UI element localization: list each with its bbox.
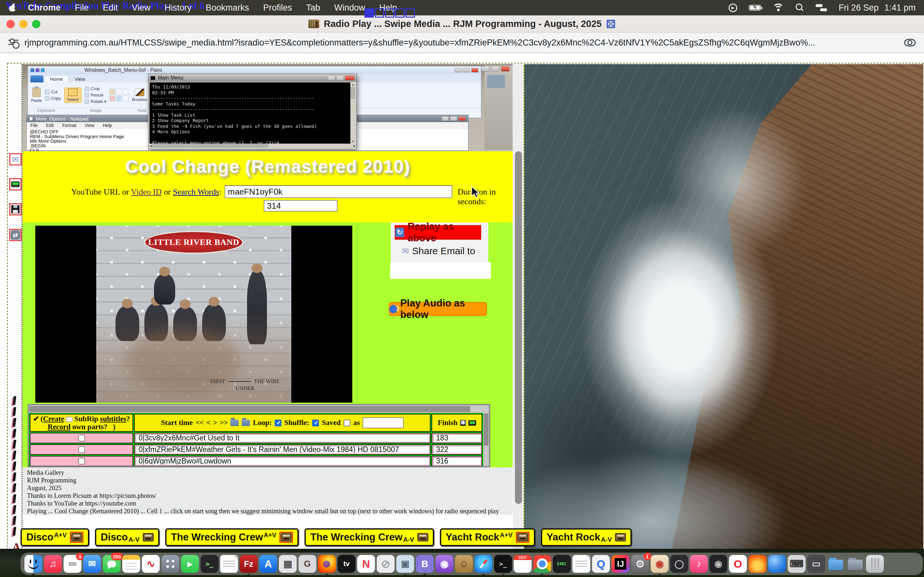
page-scrollbar-thumb[interactable] <box>515 151 522 504</box>
loop-checkbox[interactable] <box>275 420 281 426</box>
share-email-button[interactable]: ✉ Share Email to <box>399 245 479 257</box>
control-center-icon[interactable] <box>816 4 827 11</box>
menu-file[interactable]: File <box>68 3 96 13</box>
playlist-button-the-wrecking-crew-aplus-v[interactable]: The Wrecking CrewA+V <box>165 528 299 546</box>
song-title-input[interactable]: 0|6qWgmMjzBwo#Lowdown <box>136 457 429 465</box>
seek-forward[interactable]: > <box>213 419 217 427</box>
keypad-dock-icon[interactable]: ▦ <box>279 555 297 573</box>
messages-dock-icon[interactable]: 200 <box>103 555 121 573</box>
palette-dock-icon[interactable]: ◉ <box>651 555 669 573</box>
launchpad-dock-icon[interactable] <box>162 555 179 573</box>
playlist-button-the-wrecking-crew-a-v[interactable]: The Wrecking CrewA-V <box>304 528 434 546</box>
table-horizontal-scrollbar[interactable] <box>29 405 489 413</box>
wifi-icon[interactable] <box>772 3 784 12</box>
menu-chrome[interactable]: Chrome <box>21 3 68 13</box>
video-player[interactable]: LITTLE RIVER BAND FIRSTTHE WIRE UNDER <box>35 226 352 403</box>
textedit-dock-icon[interactable] <box>220 555 238 573</box>
keyboard-dock-icon[interactable]: ⌨ <box>788 555 806 573</box>
menu-history[interactable]: History <box>158 3 199 13</box>
menu-edit[interactable]: Edit <box>96 3 125 13</box>
terminal-dock-icon[interactable]: >_ <box>200 555 218 573</box>
blue-ball-dock-icon[interactable] <box>768 555 786 573</box>
menu-profiles[interactable]: Profiles <box>256 3 299 13</box>
podcasts-dock-icon[interactable]: ◉ <box>435 555 453 573</box>
reminders-dock-icon[interactable]: ≔3 <box>63 555 81 573</box>
opera-dock-icon[interactable]: O <box>729 555 747 573</box>
saved-checkbox[interactable] <box>344 420 351 426</box>
chrome-dock-icon[interactable] <box>533 555 551 573</box>
close-window-button[interactable] <box>6 20 15 28</box>
menu-bookmarks[interactable]: Bookmarks <box>199 3 256 13</box>
appstore-dock-icon[interactable]: A <box>259 555 277 573</box>
row-checkbox[interactable] <box>78 446 85 453</box>
song-title-input[interactable]: 0|xfmZRiePkEM#Weather Girls - It's Raini… <box>136 446 429 454</box>
terminal-2-dock-icon[interactable]: >_ <box>494 555 512 573</box>
search-words-link[interactable]: Search Words <box>173 187 219 197</box>
subtitles-link[interactable]: subtitles <box>100 415 126 423</box>
quicktime-dock-icon[interactable]: Q <box>592 555 610 573</box>
textedit-2-dock-icon[interactable] <box>572 555 590 573</box>
minimize-window-button[interactable] <box>19 20 27 28</box>
record-link[interactable]: Record <box>47 423 71 431</box>
trash-dock-icon[interactable] <box>866 555 884 573</box>
facetime-dock-icon[interactable]: ▸ <box>181 555 199 573</box>
folder-icon-2[interactable] <box>242 420 250 426</box>
zoom-window-button[interactable] <box>32 20 40 28</box>
embedded-windows-screenshot[interactable]: Windows_Batch_Menu-0of - Paint Home View… <box>23 64 513 151</box>
seek-fast-forward[interactable]: >> <box>220 419 228 427</box>
duration-input[interactable]: 314 <box>264 200 338 211</box>
finish-pager-icon[interactable] <box>468 420 476 426</box>
table-vertical-scrollbar[interactable] <box>483 413 489 467</box>
exec-terminal-dock-icon[interactable]: EXEC <box>553 555 571 573</box>
video-id-input[interactable]: maeFN1oyF0k <box>225 185 452 198</box>
pink-app-dock-icon[interactable]: ♪ <box>690 555 708 573</box>
shuffle-icon[interactable]: ⇄ <box>9 229 21 241</box>
finder-dock-icon[interactable] <box>24 555 42 573</box>
folder-icon[interactable] <box>230 420 239 426</box>
video-id-link[interactable]: Video ID <box>131 187 162 197</box>
flame-dock-icon[interactable] <box>748 555 766 573</box>
row-checkbox[interactable] <box>78 458 85 464</box>
filezilla-dock-icon[interactable]: Fz <box>240 555 258 573</box>
shuffle-checkbox[interactable] <box>312 420 319 426</box>
screen-mirroring-icon[interactable]: ▶ <box>729 3 737 12</box>
pager-icon[interactable] <box>9 178 21 190</box>
saved-as-input[interactable] <box>363 417 404 428</box>
contacts-dock-icon[interactable]: ☺ <box>455 555 473 573</box>
row-checkbox[interactable] <box>78 435 85 442</box>
dark-window-dock-icon[interactable]: ▭ <box>807 555 825 573</box>
song-finish-input[interactable]: 183 <box>433 434 481 442</box>
calendar-dock-icon[interactable]: SEP26 <box>514 555 531 573</box>
save-floppy-icon[interactable] <box>9 203 21 215</box>
firefox-dock-icon[interactable] <box>318 555 336 573</box>
folder-2-dock-icon[interactable] <box>846 555 864 573</box>
share-email-input[interactable] <box>390 262 491 279</box>
play-audio-button[interactable]: Play Audio as below <box>389 302 487 316</box>
grapher-dock-icon[interactable]: ∿ <box>142 555 160 573</box>
gimp-dock-icon[interactable]: G <box>298 555 317 573</box>
photos-window-dock-icon[interactable]: ▣ <box>396 555 414 573</box>
obs-dock-icon[interactable]: ◯ <box>670 555 688 573</box>
apple-tv-dock-icon[interactable]: tv <box>338 555 355 573</box>
battery-charging-icon[interactable] <box>749 5 761 11</box>
playlist-button-disco-a-v[interactable]: DiscoA-V <box>95 528 160 546</box>
mail-dock-icon[interactable]: ✉ <box>83 555 101 573</box>
folder-1-dock-icon[interactable] <box>827 555 845 573</box>
notes-dock-icon[interactable] <box>122 555 140 573</box>
song-title-input[interactable]: 0|3cv8y2x6Mnc#Get Used to It <box>136 434 429 442</box>
replay-button[interactable]: ↻ Replay as above <box>395 225 481 240</box>
news-dock-icon[interactable]: N <box>357 555 375 573</box>
menubar-clock[interactable]: Fri 26 Sep 1:41 pm <box>838 3 916 13</box>
address-field[interactable]: rjmprogramming.com.au/HTMLCSS/swipe_medi… <box>24 38 899 48</box>
menu-tab[interactable]: Tab <box>299 3 327 13</box>
eye-icon[interactable] <box>904 39 916 47</box>
finish-grid-icon[interactable] <box>460 420 466 426</box>
spotlight-icon[interactable] <box>796 3 804 12</box>
no-sign-dock-icon[interactable]: ⊘ <box>376 555 395 573</box>
site-settings-icon[interactable] <box>8 39 19 47</box>
song-finish-input[interactable]: 316 <box>433 457 481 465</box>
share-email-icon[interactable]: ✉ <box>9 153 21 165</box>
safari-dock-icon[interactable] <box>475 555 493 573</box>
playlist-button-yacht-rock-a-v[interactable]: Yacht RockA-V <box>541 528 632 546</box>
intellij-dock-icon[interactable]: IJ <box>612 555 630 573</box>
